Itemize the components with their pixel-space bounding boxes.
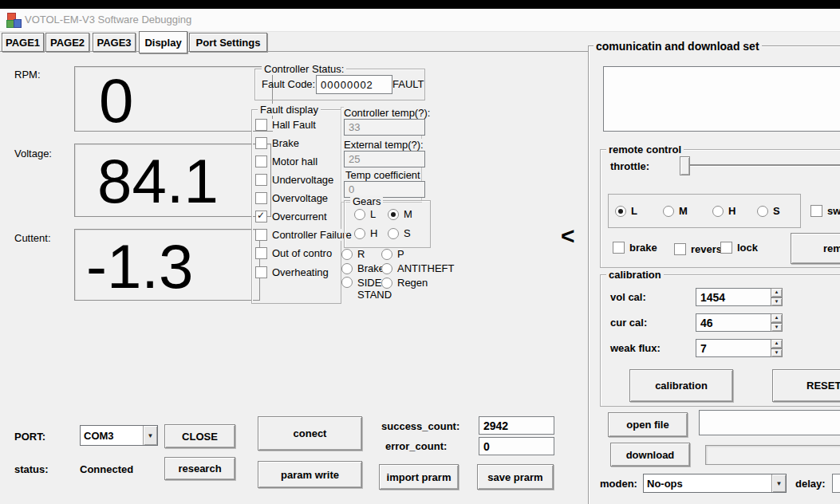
gear-option-m[interactable]: M [388,208,414,220]
delay-field[interactable] [832,474,840,493]
moden-dropdown-arrow-icon[interactable]: ▼ [771,474,786,492]
switch-checkbox[interactable] [810,205,822,217]
remote-switch-option[interactable]: swi [810,205,840,217]
vol-cal-spin-up-icon[interactable]: ▲ [771,288,783,297]
gear-h-radio[interactable] [354,228,365,239]
connect-button[interactable]: conect [258,416,362,451]
fault-row-overheating[interactable]: Overheating [255,266,330,278]
port-dropdown-arrow-icon[interactable]: ▼ [143,426,157,445]
vol-cal-field[interactable]: 1454 [696,288,779,306]
gear-option-h[interactable]: H [354,227,379,239]
tab-display[interactable]: Display [139,31,187,53]
calibration-button[interactable]: calibration [629,369,733,402]
fault-row-brake[interactable]: Brake [255,137,301,149]
vol-cal-spin-down-icon[interactable]: ▼ [771,297,783,307]
cur-cal-spin-down-icon[interactable]: ▼ [771,323,783,333]
param-write-button[interactable]: param write [258,461,362,488]
tab-page2[interactable]: PAGE2 [45,33,89,52]
weak-flux-spinner[interactable]: ▲ ▼ [771,339,783,357]
gear-s-radio[interactable] [388,228,399,239]
mode-option-r[interactable]: R [341,248,366,260]
overvoltage-checkbox[interactable] [255,192,267,204]
cur-cal-spin-up-icon[interactable]: ▲ [771,313,783,323]
fault-row-out-of-control[interactable]: Out of contro [255,247,333,259]
controller-temp-field: 33 [344,119,425,136]
brake-checkbox[interactable] [255,137,267,149]
fault-row-controller-failure[interactable]: Controller Failure [255,229,353,241]
error-count-field[interactable]: 0 [479,437,554,455]
download-button[interactable]: download [610,443,690,467]
cur-cal-label: cur cal: [610,317,647,329]
delay-label: delay: [795,478,826,490]
mode-antitheft-radio[interactable] [381,263,392,274]
throttle-slider-track[interactable] [686,164,840,166]
undervoltage-checkbox[interactable] [255,174,267,186]
reset-button[interactable]: RESET [772,369,840,402]
mode-r-radio[interactable] [341,249,353,260]
mode-side-stand-radio[interactable] [341,277,353,288]
gear-l-radio[interactable] [354,209,365,220]
weak-flux-spin-up-icon[interactable]: ▲ [771,339,783,348]
fault-code-field[interactable]: 00000002 [316,75,392,94]
collapse-panel-arrow[interactable]: < [561,224,575,248]
fault-row-undervoltage[interactable]: Undervoltage [255,174,335,186]
throttle-slider-handle[interactable] [680,156,690,175]
remote-lock-option[interactable]: lock [720,242,758,254]
remote-gear-l-radio[interactable] [615,206,626,217]
fault-row-overcurrent[interactable]: Overcurrent [255,211,329,222]
fault-row-motor-hall[interactable]: Motor hall [255,156,319,167]
port-dropdown[interactable]: COM3 ▼ [80,425,158,446]
tab-page3[interactable]: PAGE3 [93,33,136,52]
mode-p-radio[interactable] [381,249,392,260]
mode-option-p[interactable]: P [381,248,406,260]
remote-gear-m[interactable]: M [663,205,688,217]
close-button[interactable]: CLOSE [164,424,235,448]
mode-option-brake[interactable]: Brake [341,262,386,274]
remote-brake-checkbox[interactable] [613,242,625,254]
vol-cal-spinner[interactable]: ▲ ▼ [771,288,783,306]
research-button[interactable]: research [164,457,235,480]
save-param-button[interactable]: save prarm [477,464,554,490]
controller-failure-checkbox[interactable] [255,229,267,241]
remote-gear-l[interactable]: L [615,205,637,217]
mode-option-regen[interactable]: Regen [381,277,429,289]
weak-flux-label: weak flux: [610,342,661,354]
mode-brake-radio[interactable] [341,263,353,274]
motor-hall-checkbox[interactable] [255,156,267,167]
gear-m-radio[interactable] [388,209,399,220]
cur-cal-spinner[interactable]: ▲ ▼ [771,313,783,332]
lock-checkbox[interactable] [720,242,732,254]
tab-port-settings[interactable]: Port Settings [189,33,267,52]
remote-gear-s-radio[interactable] [757,206,768,217]
weak-flux-field[interactable]: 7 [696,339,779,357]
remote-button[interactable]: rem [791,233,840,264]
reverse-checkbox[interactable] [674,243,686,255]
comm-log-textarea[interactable] [603,66,840,132]
port-value: COM3 [81,430,143,442]
remote-reverse-option[interactable]: revers [674,243,722,255]
remote-gear-m-radio[interactable] [663,206,674,217]
gear-option-l[interactable]: L [354,208,377,220]
mode-regen-radio[interactable] [381,278,392,289]
remote-gear-h-radio[interactable] [712,206,724,217]
overheating-checkbox[interactable] [255,266,267,278]
out-of-control-checkbox[interactable] [255,247,267,259]
remote-brake-option[interactable]: brake [613,242,657,254]
success-count-field[interactable]: 2942 [479,416,554,435]
weak-flux-spin-down-icon[interactable]: ▼ [771,348,783,358]
overcurrent-checkbox[interactable] [255,211,267,222]
moden-dropdown[interactable]: No-ops ▼ [643,474,787,493]
remote-gear-h[interactable]: H [712,205,735,217]
import-param-button[interactable]: import prarm [379,464,459,490]
hall-fault-checkbox[interactable] [255,119,267,131]
file-path-field[interactable] [699,410,840,435]
fault-row-hall[interactable]: Hall Fault [255,119,317,131]
remote-gear-m-label: M [679,205,688,217]
open-file-button[interactable]: open file [608,412,688,437]
tab-page1[interactable]: PAGE1 [2,33,44,52]
fault-row-overvoltage[interactable]: Overvoltage [255,192,329,204]
remote-gear-s[interactable]: S [757,205,780,217]
cur-cal-field[interactable]: 46 [696,313,779,332]
mode-option-antitheft[interactable]: ANTITHEFT [381,262,456,274]
gear-option-s[interactable]: S [388,227,412,239]
